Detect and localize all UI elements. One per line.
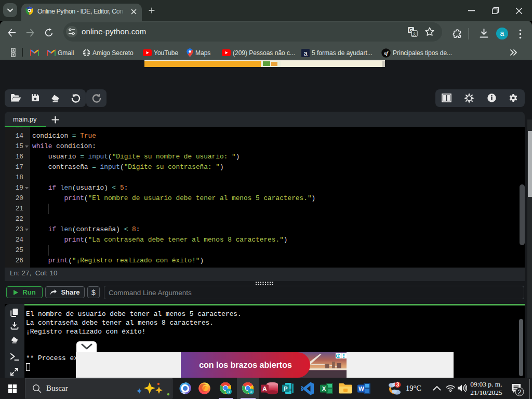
svg-text:W: W <box>358 385 364 392</box>
svg-text:sf: sf <box>383 50 389 56</box>
svg-text:X: X <box>322 385 326 392</box>
svg-text:2: 2 <box>517 388 521 396</box>
svg-text:a: a <box>303 49 308 57</box>
svg-text:P: P <box>284 385 287 392</box>
svg-text:文: 文 <box>413 32 417 36</box>
svg-text:A: A <box>262 385 267 392</box>
svg-text:3: 3 <box>396 381 400 388</box>
